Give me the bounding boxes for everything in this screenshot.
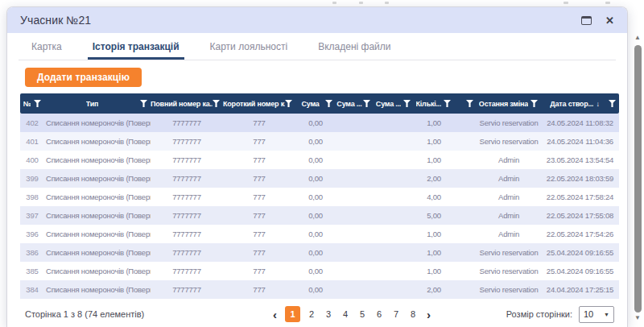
page-summary: Сторінка 1 з 8 (74 елементів): [25, 309, 144, 319]
cell: 22.05.2024 18:03:59: [541, 174, 619, 183]
close-icon[interactable]: ✕: [605, 15, 614, 26]
modal-title: Учасник №21: [20, 14, 91, 27]
filter-icon[interactable]: [363, 100, 370, 107]
cell: 7777777: [151, 285, 223, 294]
filter-icon[interactable]: [530, 100, 538, 107]
column-header-label: Короткий номер к...: [223, 100, 285, 108]
sort-desc-icon: ↓: [596, 100, 599, 108]
cell: 385: [20, 267, 44, 275]
table-row-402[interactable]: 402Списання номероночів (Поверне...77777…: [20, 114, 619, 132]
tab-1[interactable]: Картка: [27, 41, 67, 59]
table-row-401[interactable]: 401Списання номероночів (Поверне...77777…: [20, 132, 619, 151]
cell: 23.05.2024 13:54:54: [541, 155, 619, 164]
cell: 777: [223, 137, 295, 146]
page-button-5[interactable]: 5: [357, 307, 368, 321]
page-button-6[interactable]: 6: [374, 307, 385, 321]
cell: 402: [20, 118, 44, 127]
filter-icon[interactable]: [213, 100, 220, 107]
table-row-400[interactable]: 400Списання номероночів (Поверне...77777…: [20, 151, 619, 169]
column-header-8[interactable]: Кількі...: [414, 93, 454, 114]
cell: 1,00: [414, 118, 454, 127]
scrollbar-thumb[interactable]: [634, 45, 642, 313]
cell: 1,00: [414, 267, 454, 275]
cell: 4,00: [414, 192, 454, 201]
filter-icon[interactable]: [285, 100, 292, 107]
page-button-4[interactable]: 4: [340, 307, 351, 321]
add-transaction-button[interactable]: Додати транзакцію: [25, 68, 142, 87]
cell: 777: [223, 118, 295, 127]
filter-icon[interactable]: [466, 100, 473, 107]
cell: 1,00: [414, 137, 454, 146]
cell: Списання номероночів (Поверне...: [44, 267, 151, 275]
column-header-2[interactable]: Тип: [44, 93, 151, 114]
table-row-386[interactable]: 386Списання номероночів (Поверне...77777…: [20, 243, 619, 262]
filter-icon[interactable]: [140, 100, 147, 107]
cell: 398: [20, 192, 44, 201]
filter-icon[interactable]: [34, 100, 41, 107]
cell: 25.04.2024 09:16:55: [541, 267, 619, 275]
cell: Servio reservation: [477, 248, 541, 257]
page-button-2[interactable]: 2: [306, 307, 317, 321]
cell: Списання номероночів (Поверне...: [44, 192, 151, 201]
filter-icon[interactable]: [609, 100, 616, 107]
cell: 401: [20, 137, 44, 146]
column-header-9[interactable]: [454, 93, 477, 114]
cell: Admin: [477, 174, 541, 183]
cell: Servio reservation: [477, 267, 541, 275]
table-row-396[interactable]: 396Списання номероночів (Поверне...77777…: [20, 225, 619, 243]
cell: 24.04.2024 17:25:15: [541, 285, 619, 294]
cell: 25.04.2024 09:16:55: [541, 248, 619, 257]
page-button-7[interactable]: 7: [390, 307, 402, 321]
cell: 384: [20, 285, 44, 294]
column-header-label: №: [23, 100, 31, 108]
cell: 2,00: [414, 174, 454, 183]
cell: 386: [20, 248, 44, 257]
cell: Списання номероночів (Поверне...: [44, 155, 151, 164]
cell: 7777777: [151, 192, 223, 201]
column-header-10[interactable]: Остання зміна: [477, 93, 541, 114]
cell: 7777777: [151, 267, 223, 275]
cell: Admin: [477, 155, 541, 164]
column-header-label: Повний номер ка...: [151, 100, 213, 108]
filter-icon[interactable]: [403, 100, 411, 107]
page-size-select[interactable]: 10 ▼: [579, 306, 614, 323]
table-row-385[interactable]: 385Списання номероночів (Поверне...77777…: [20, 262, 619, 280]
table-row-384[interactable]: 384Списання номероночів (Поверне...77777…: [20, 280, 619, 299]
page-button-8[interactable]: 8: [407, 307, 419, 321]
prev-page-icon[interactable]: ‹: [270, 308, 279, 321]
pagination: ‹12345678›: [270, 306, 433, 322]
scroll-down-icon[interactable]: ▼: [634, 314, 641, 324]
page-background: Учасник №21 ✕ КарткаІсторія транзакційКа…: [0, 0, 644, 327]
page-button-3[interactable]: 3: [323, 307, 334, 321]
cell: Admin: [477, 230, 541, 238]
filter-icon[interactable]: [444, 100, 451, 107]
cell: Servio reservation: [477, 118, 541, 127]
cell: Списання номероночів (Поверне...: [44, 118, 151, 127]
table-row-399[interactable]: 399Списання номероночів (Поверне...77777…: [20, 169, 619, 188]
cell: 397: [20, 211, 44, 220]
table-row-398[interactable]: 398Списання номероночів (Поверне...77777…: [20, 188, 619, 206]
page-button-1[interactable]: 1: [285, 306, 300, 322]
column-header-3[interactable]: Повний номер ка...: [151, 93, 223, 114]
tab-2[interactable]: Історія транзакцій: [88, 41, 184, 59]
scroll-up-icon[interactable]: ▲: [634, 34, 641, 43]
column-header-1[interactable]: №: [20, 93, 44, 114]
cell: Servio reservation: [477, 285, 541, 294]
tab-3[interactable]: Карти лояльності: [205, 41, 293, 59]
column-header-5[interactable]: Сума: [295, 93, 336, 114]
cell: 399: [20, 174, 44, 183]
maximize-icon[interactable]: [581, 16, 592, 25]
column-header-7[interactable]: Сума ...: [374, 93, 414, 114]
column-header-6[interactable]: Сума ...: [336, 93, 374, 114]
window-controls: ✕: [581, 15, 614, 26]
table-row-397[interactable]: 397Списання номероночів (Поверне...77777…: [20, 206, 619, 225]
filter-icon[interactable]: [325, 100, 332, 107]
cell: 0,00: [295, 267, 336, 275]
cell: 7777777: [151, 174, 223, 183]
page-scrollbar: ▲ ▼: [633, 34, 642, 324]
column-header-4[interactable]: Короткий номер к...: [223, 93, 295, 114]
cell: 0,00: [295, 248, 336, 257]
tab-4[interactable]: Вкладені файли: [313, 41, 395, 59]
column-header-11[interactable]: Дата створ...↓: [541, 93, 619, 114]
next-page-icon[interactable]: ›: [424, 308, 433, 321]
